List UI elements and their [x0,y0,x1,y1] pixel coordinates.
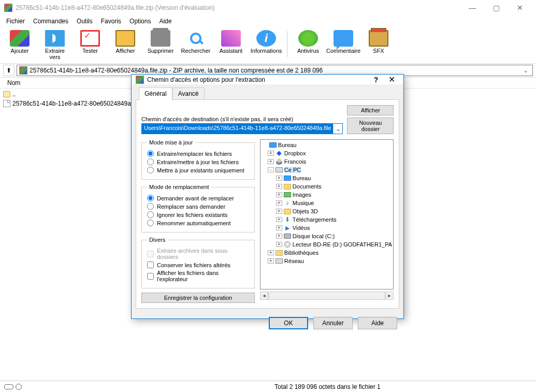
toolbar: Ajouter Extraire vers Tester Afficher Su… [0,27,536,64]
tree-desktop[interactable]: Bureau [262,141,392,149]
check-show-explorer[interactable]: Afficher les fichiers dans l'explorateur [147,270,249,282]
tree-downloads[interactable]: +⬇Téléchargements [262,215,392,224]
test-icon [80,30,100,47]
check-keep-broken[interactable]: Conserver les fichiers altérés [147,262,249,268]
tree-3dobjects[interactable]: +Objets 3D [262,207,392,215]
user-icon [276,158,282,165]
tree-music[interactable]: +♪Musique [262,199,392,207]
radio-replace-noask[interactable]: Remplacer sans demander [147,203,249,210]
extract-icon [45,30,65,47]
tool-view[interactable]: Afficher [110,29,141,55]
radio-update-existing[interactable]: Mettre à jour existants uniquement [147,167,249,173]
tool-extract[interactable]: Extraire vers [39,29,70,61]
display-button[interactable]: Afficher [347,105,394,115]
dropbox-icon: ⯁ [275,150,283,157]
tool-comment[interactable]: Commentaire [328,29,359,55]
tree-hscrollbar[interactable]: ◄ ► [260,292,394,300]
delete-icon [151,30,170,47]
tool-wizard[interactable]: Assistant [215,29,247,55]
up-button[interactable]: ⬆ [3,65,15,76]
radio-extract-replace[interactable]: Extraire/remplacer les fichiers [147,150,249,157]
save-config-button[interactable]: Enregistrer la configuration [141,293,255,303]
tool-find[interactable]: Rechercher [180,29,211,55]
menu-commands[interactable]: Commandes [29,17,73,26]
tool-delete[interactable]: Supprimer [145,29,176,55]
dialog-button-row: OK Annuler Aide [132,313,403,333]
minimize-button[interactable]: — [460,0,484,16]
disc-icon [284,241,291,248]
network-icon [276,258,283,264]
radio-ask-before[interactable]: Demander avant de remplacer [147,195,249,201]
menubar: Fichier Commandes Outils Favoris Options… [0,16,536,27]
tool-test[interactable]: Tester [75,29,106,55]
folder-tree[interactable]: Bureau +⯁Dropbox +Francois -Ce PC +Burea… [260,139,394,289]
misc-group: Divers Extraire archives dans sous-dossi… [141,237,255,288]
dialog-close-button[interactable]: ✕ [384,75,399,84]
tree-libraries[interactable]: +Bibliothèques [262,249,392,257]
tool-sfx[interactable]: SFX [363,29,394,55]
tool-add[interactable]: Ajouter [4,29,35,55]
comment-icon [334,30,353,47]
dialog-icon [136,76,144,84]
tree-network[interactable]: +Réseau [262,257,392,265]
window-title: 25786c51-414b-11e8-a472-80e65024849a.fil… [16,4,460,11]
new-folder-button[interactable]: Nouveau dossier [347,118,394,134]
dialog-help-button[interactable]: ? [368,76,384,84]
dest-path-combo[interactable]: Users\Francois\Downloads\25786c51-414b-1… [141,123,343,134]
tree-videos[interactable]: +▶Vidéos [262,224,392,232]
scroll-left-button[interactable]: ◄ [260,292,268,300]
tree-dropbox[interactable]: +⯁Dropbox [262,149,392,157]
path-text: 25786c51-414b-11e8-a472-80e65024849a.fil… [30,67,323,74]
pc-icon [276,167,283,172]
app-icon [4,4,12,12]
dialog-title-bar: Chemin d'accès et options pour l'extract… [132,75,403,84]
tool-antivirus[interactable]: Antivirus [293,29,324,55]
radio-extract-update[interactable]: Extraire/mettre à jour les fichiers [147,158,249,165]
maximize-button[interactable]: ▢ [484,0,508,16]
title-bar: 25786c51-414b-11e8-a472-80e65024849a.fil… [0,0,536,16]
dialog-title: Chemin d'accès et options pour l'extract… [147,76,368,83]
tool-info[interactable]: iInformations [251,29,282,55]
cancel-button[interactable]: Annuler [313,317,353,329]
desktop-icon [284,176,291,181]
menu-tools[interactable]: Outils [73,17,97,26]
col-name[interactable]: Nom [4,78,23,88]
tab-advanced[interactable]: Avancé [172,88,205,99]
path-dropdown-icon[interactable]: ⌄ [521,67,530,74]
sfx-icon [369,30,388,47]
status-icon-1 [4,384,13,389]
tree-user[interactable]: +Francois [262,157,392,166]
wizard-icon [221,30,241,47]
tree-disk-d[interactable]: +Lecteur BD-RE (D:) GODFATHER1_PA [262,240,392,249]
dest-path-label: Chemin d'accès de destination (s'il n'ex… [141,116,343,122]
tree-images[interactable]: +Images [262,191,392,199]
extract-dialog: Chemin d'accès et options pour l'extract… [131,74,404,319]
menu-favorites[interactable]: Favoris [97,17,125,26]
antivirus-icon [298,30,318,47]
overwrite-mode-group: Mode de remplacement Demander avant de r… [141,184,255,233]
help-button[interactable]: Aide [358,317,397,329]
close-button[interactable]: ✕ [508,0,532,16]
libraries-icon [276,250,283,256]
tree-disk-c[interactable]: +Disque local (C:) [262,232,392,240]
scroll-right-button[interactable]: ► [385,292,394,300]
dest-path-input[interactable]: Users\Francois\Downloads\25786c51-414b-1… [142,124,333,134]
ok-button[interactable]: OK [269,317,308,329]
tab-general[interactable]: Général [139,88,172,100]
menu-help[interactable]: Aide [155,17,176,26]
tab-panel-general: Chemin d'accès de destination (s'il n'ex… [136,99,399,309]
tree-pc-desktop[interactable]: +Bureau [262,174,392,182]
tree-thispc[interactable]: -Ce PC [262,166,392,174]
update-mode-group: Mode mise à jour Extraire/remplacer les … [141,139,255,180]
radio-rename-auto[interactable]: Renommer automatiquement [147,220,249,226]
folder-up-icon [3,91,10,97]
menu-file[interactable]: Fichier [2,17,29,26]
check-extract-subfolders: Extraire archives dans sous-dossiers [147,248,249,260]
chevron-down-icon[interactable]: ⌄ [333,124,342,134]
tree-documents[interactable]: +Documents [262,182,392,191]
radio-skip-existing[interactable]: Ignorer les fichiers existants [147,211,249,218]
music-icon: ♪ [283,199,292,207]
videos-icon: ▶ [283,224,292,231]
scroll-track[interactable] [268,292,385,300]
menu-options[interactable]: Options [125,17,155,26]
